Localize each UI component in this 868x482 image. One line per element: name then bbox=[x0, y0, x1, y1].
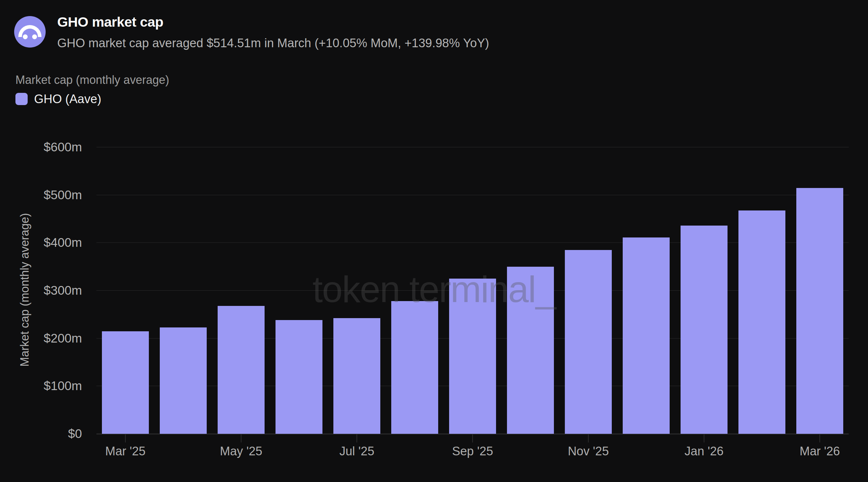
y-tick-label-$300m: $300m bbox=[0, 284, 82, 297]
x-tick-may-25 bbox=[241, 434, 242, 443]
x-tick-jul-25 bbox=[356, 434, 357, 443]
bar-jan-26[interactable] bbox=[681, 226, 727, 434]
bar-dec-25[interactable] bbox=[623, 237, 670, 434]
bar-oct-25[interactable] bbox=[507, 267, 554, 434]
x-tick-label-mar-26: Mar '26 bbox=[772, 444, 868, 458]
bar-sep-25[interactable] bbox=[449, 279, 496, 434]
x-tick-mar-25 bbox=[125, 434, 126, 443]
bar-jun-25[interactable] bbox=[276, 320, 322, 434]
bar-mar-25[interactable] bbox=[102, 331, 149, 434]
bar-jul-25[interactable] bbox=[333, 318, 380, 434]
y-tick-label-$500m: $500m bbox=[0, 189, 82, 201]
gridline-$600m bbox=[96, 147, 849, 148]
y-tick-label-$400m: $400m bbox=[0, 236, 82, 249]
bar-mar-26[interactable] bbox=[796, 188, 843, 434]
x-tick-label-jul-25: Jul '25 bbox=[309, 444, 405, 458]
x-tick-label-may-25: May '25 bbox=[193, 444, 289, 458]
bar-may-25[interactable] bbox=[218, 306, 265, 434]
y-tick-label-$600m: $600m bbox=[0, 141, 82, 154]
x-tick-nov-25 bbox=[588, 434, 589, 443]
bar-aug-25[interactable] bbox=[391, 301, 438, 434]
gridline-$500m bbox=[96, 195, 849, 195]
x-tick-label-mar-25: Mar '25 bbox=[77, 444, 174, 458]
gridline-$400m bbox=[96, 242, 849, 243]
gho-market-cap-widget: GHO market cap GHO market cap averaged $… bbox=[0, 0, 868, 482]
x-tick-jan-26 bbox=[704, 434, 704, 443]
y-tick-label-$200m: $200m bbox=[0, 332, 82, 345]
bar-apr-25[interactable] bbox=[160, 327, 207, 434]
x-tick-label-nov-25: Nov '25 bbox=[540, 444, 637, 458]
x-tick-label-jan-26: Jan '26 bbox=[656, 444, 752, 458]
y-tick-label-$0: $0 bbox=[0, 427, 82, 440]
bar-chart: Market cap (monthly average) token termi… bbox=[0, 0, 868, 482]
x-tick-mar-26 bbox=[819, 434, 820, 443]
y-tick-label-$100m: $100m bbox=[0, 380, 82, 392]
bar-nov-25[interactable] bbox=[565, 250, 612, 434]
bar-feb-26[interactable] bbox=[739, 211, 785, 434]
x-tick-label-sep-25: Sep '25 bbox=[424, 444, 521, 458]
x-tick-sep-25 bbox=[472, 434, 473, 443]
